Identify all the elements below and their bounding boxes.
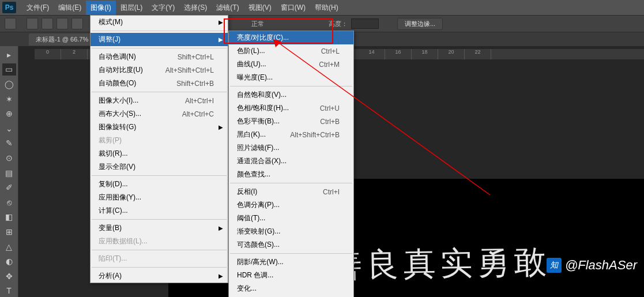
menu-row[interactable]: 色阶(L)...Ctrl+L [229,44,353,58]
tool-button[interactable]: ◧ [2,211,16,224]
selection-mode-icon[interactable] [57,18,68,29]
tool-button[interactable]: ✥ [2,270,16,283]
menu-row-label: 曲线(U)... [237,59,266,69]
menu-item[interactable]: 文字(Y) [147,1,179,15]
menu-row-label: 显示全部(V) [99,162,135,172]
menu-row[interactable]: 反相(I)Ctrl+I [229,185,353,198]
annotation-box [224,18,333,44]
tool-button[interactable]: ✐ [2,181,16,194]
menu-row[interactable]: 曲线(U)...Ctrl+M [229,58,353,71]
menu-shortcut: Shift+Ctrl+B [176,80,214,88]
selection-mode-icon[interactable] [71,18,83,29]
menu-item[interactable]: 帮助(H) [310,1,343,15]
menu-row[interactable]: 调整(J)▶ [91,33,228,46]
menu-row[interactable]: 阴影/高光(W)... [229,255,353,269]
menu-row-label: 分析(A) [99,271,122,281]
menu-row-label: HDR 色调... [237,270,273,280]
ruler-mark: 22 [465,49,491,59]
menu-row-label: 复制(D)... [99,179,128,189]
ruler-mark: 16 [385,49,412,59]
menu-row[interactable]: 图像大小(I)...Alt+Ctrl+I [91,94,228,107]
menu-row[interactable]: 自动对比度(U)Alt+Shift+Ctrl+L [91,63,228,77]
menu-row[interactable]: 色彩平衡(B)...Ctrl+B [229,115,353,128]
refine-edge-button[interactable]: 调整边缘... [397,18,443,30]
menu-row[interactable]: 自然饱和度(V)... [229,88,353,101]
menu-row-label: 通道混合器(X)... [237,156,287,166]
watermark-text: @FlashASer [565,258,637,273]
tool-button[interactable]: ⊕ [2,107,16,120]
menu-row[interactable]: 裁切(R)... [91,147,228,160]
menu-row[interactable]: 自动色调(N)Shift+Ctrl+L [91,50,228,63]
submenu-arrow-icon: ▶ [219,36,223,43]
tool-button[interactable]: ⊞ [2,225,16,238]
menu-row[interactable]: 渐变映射(G)... [229,225,353,238]
menu-shortcut: Alt+Shift+Ctrl+B [290,131,340,139]
tool-button[interactable]: △ [2,240,16,253]
menu-row[interactable]: 色调分离(P)... [229,198,353,212]
submenu-arrow-icon: ▶ [219,225,223,231]
menu-row[interactable]: 颜色查找... [229,168,353,181]
menu-row-label: 阴影/高光(W)... [237,257,284,267]
menu-row[interactable]: 自动颜色(O)Shift+Ctrl+B [91,77,228,90]
menu-row[interactable]: 分析(A)▶ [91,269,228,283]
menu-row[interactable]: 变量(B)▶ [91,221,228,235]
menu-row-label: 模式(M) [99,17,123,27]
menu-item[interactable]: 编辑(E) [54,1,86,15]
tool-button[interactable]: ⊙ [2,152,16,164]
menu-row-label: 计算(C)... [99,206,128,216]
tool-button[interactable]: ◯ [2,78,16,91]
tool-button[interactable]: ✶ [2,93,16,106]
menu-row[interactable]: 阈值(T)... [229,212,353,225]
menu-row-label: 变量(B) [99,223,122,233]
menu-row[interactable]: 应用图像(Y)... [91,191,228,204]
selection-mode-icon[interactable] [42,18,53,29]
tool-button[interactable]: ▭ [2,63,16,76]
menu-row[interactable]: 变化... [229,282,353,295]
tool-button[interactable]: ◐ [2,255,16,268]
menu-row-label: 画布大小(S)... [99,109,141,119]
menu-row[interactable]: 可选颜色(S)... [229,238,353,251]
menu-row[interactable]: 图像旋转(G)▶ [91,121,228,134]
tool-button[interactable]: ▸ [2,48,16,61]
menu-row-label: 图像大小(I)... [99,96,138,106]
tool-preset-icon[interactable] [5,18,16,29]
menu-row[interactable]: HDR 色调... [229,269,353,282]
menu-row[interactable]: 黑白(K)...Alt+Shift+Ctrl+B [229,128,353,141]
menu-item[interactable]: 文件(F) [22,1,54,15]
menu-shortcut: Ctrl+I [323,188,340,196]
ruler-mark: 2 [61,49,88,59]
tool-button[interactable]: ⎋ [2,196,16,209]
tool-button[interactable]: ✎ [2,137,16,150]
menu-item[interactable]: 图像(I) [86,1,115,15]
menu-item[interactable]: 窗口(W) [276,1,310,15]
tool-button[interactable]: ⌄ [2,122,16,135]
toolbox: ▸▭◯✶⊕⌄✎⊙▤✐⎋◧⊞△◐✥T [0,46,18,297]
menu-item[interactable]: 视图(V) [244,1,276,15]
menu-shortcut: Alt+Ctrl+I [185,97,214,105]
menu-row[interactable]: 色相/饱和度(H)...Ctrl+U [229,101,353,115]
menu-row[interactable]: 通道混合器(X)... [229,155,353,168]
menu-item[interactable]: 图层(L) [116,1,148,15]
menu-row[interactable]: 显示全部(V) [91,160,228,174]
menu-item[interactable]: 选择(S) [179,1,212,15]
menu-row-label: 黑白(K)... [237,130,266,140]
doc-tab[interactable]: 未标题-1 @ 66.7% [29,33,95,46]
menu-row[interactable]: 照片滤镜(F)... [229,141,353,155]
menu-row: 裁剪(P) [91,134,228,147]
menu-shortcut: Ctrl+B [320,118,340,126]
height-input[interactable] [351,18,379,29]
menu-row-label: 裁切(R)... [99,149,128,159]
menu-shortcut: Alt+Ctrl+C [182,110,214,118]
menu-row[interactable]: 画布大小(S)...Alt+Ctrl+C [91,107,228,121]
menu-row[interactable]: 曝光度(E)... [229,71,353,84]
calligraphy-text: 善良真实勇敢 [329,240,551,288]
menu-row[interactable]: 模式(M)▶ [91,16,228,29]
menu-row: 陷印(T)... [91,252,228,265]
tool-button[interactable]: T [2,285,16,298]
tool-button[interactable]: ▤ [2,167,16,179]
menu-row-label: 色彩平衡(B)... [237,116,280,126]
menu-row[interactable]: 计算(C)... [91,204,228,217]
selection-mode-icon[interactable] [27,18,38,29]
menu-item[interactable]: 滤镜(T) [212,1,243,15]
menu-row[interactable]: 复制(D)... [91,178,228,191]
